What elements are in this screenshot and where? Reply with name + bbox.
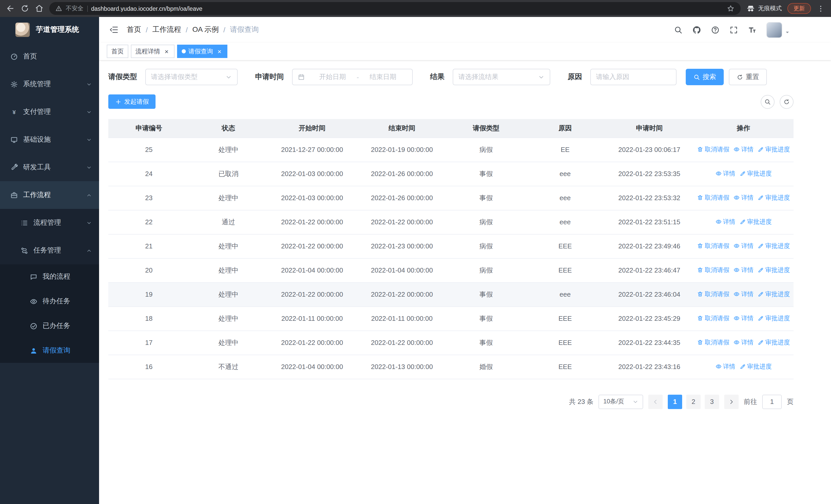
sidebar-item-infra[interactable]: 基础设施 — [0, 126, 99, 153]
route-icon — [21, 247, 28, 254]
cancel-leave-action[interactable]: 取消请假 — [697, 314, 729, 323]
browser-reload-icon[interactable] — [21, 4, 29, 13]
breadcrumb-item[interactable]: 工作流程 — [152, 25, 181, 34]
leave-type-select[interactable]: 请选择请假类型 — [145, 69, 238, 85]
result-select[interactable]: 请选择流结果 — [453, 69, 550, 85]
reason-input[interactable]: 请输入原因 — [590, 69, 677, 85]
sidebar-item-system[interactable]: 系统管理 — [0, 70, 99, 98]
chevron-down-icon — [86, 81, 92, 87]
audit-progress-action[interactable]: 审批进度 — [757, 338, 790, 347]
detail-action[interactable]: 详情 — [734, 338, 753, 347]
table-row: 17处理中2022-01-22 00:00:002022-01-22 00:00… — [108, 330, 794, 355]
action-label: 取消请假 — [705, 194, 729, 202]
cancel-leave-action[interactable]: 取消请假 — [697, 194, 729, 202]
cancel-leave-action[interactable]: 取消请假 — [697, 266, 729, 274]
detail-action[interactable]: 详情 — [734, 145, 753, 154]
sidebar-item-devtools[interactable]: 研发工具 — [0, 153, 99, 181]
browser-back-icon[interactable] — [6, 4, 15, 13]
breadcrumb-item[interactable]: OA 示例 — [193, 25, 219, 34]
edit-icon — [757, 243, 764, 249]
page-button-3[interactable]: 3 — [705, 394, 719, 409]
detail-action[interactable]: 详情 — [715, 362, 735, 371]
app-title: 芋道管理系统 — [36, 25, 79, 34]
search-icon[interactable] — [674, 25, 683, 34]
close-tab-icon[interactable]: × — [216, 48, 223, 55]
tab-process-detail[interactable]: 流程详情× — [131, 45, 174, 58]
detail-action[interactable]: 详情 — [715, 217, 735, 226]
sidebar-item-my-process[interactable]: 我的流程 — [0, 264, 99, 289]
address-bar[interactable]: 不安全 dashboard.yudao.iocoder.cn/bpm/oa/le… — [49, 2, 741, 15]
font-size-icon[interactable] — [748, 25, 756, 34]
close-tab-icon[interactable]: × — [163, 48, 170, 55]
create-leave-button[interactable]: 发起请假 — [108, 94, 155, 109]
cancel-leave-action[interactable]: 取消请假 — [697, 338, 729, 347]
sidebar-item-done-task[interactable]: 已办任务 — [0, 314, 99, 338]
breadcrumb-item[interactable]: 首页 — [127, 25, 141, 34]
page-size-select[interactable]: 10条/页 — [599, 394, 643, 409]
audit-progress-action[interactable]: 审批进度 — [739, 362, 772, 371]
cell-reason: eee — [525, 210, 605, 234]
audit-progress-action[interactable]: 审批进度 — [757, 314, 790, 323]
page-button-2[interactable]: 2 — [686, 394, 700, 409]
audit-progress-action[interactable]: 审批进度 — [757, 145, 790, 154]
security-warning-icon — [55, 5, 62, 12]
cancel-leave-action[interactable]: 取消请假 — [697, 242, 729, 250]
table-row: 24已取消2022-01-03 00:00:002022-01-26 00:00… — [108, 162, 794, 186]
sidebar-item-leave-query[interactable]: 请假查询 — [0, 338, 99, 363]
page-button-1[interactable]: 1 — [668, 394, 682, 409]
detail-action[interactable]: 详情 — [734, 266, 753, 274]
sidebar-item-todo-task[interactable]: 待办任务 — [0, 289, 99, 314]
cell-leave-type: 病假 — [447, 210, 525, 234]
cell-operations: 取消请假详情审批进度 — [693, 138, 794, 162]
cancel-leave-action[interactable]: 取消请假 — [697, 145, 729, 154]
eye-icon — [715, 171, 721, 177]
sidebar-item-task-mgmt[interactable]: 任务管理 — [0, 237, 99, 264]
detail-action[interactable]: 详情 — [734, 242, 753, 250]
fullscreen-icon[interactable] — [729, 25, 738, 34]
cancel-leave-action[interactable]: 取消请假 — [697, 290, 729, 299]
audit-progress-action[interactable]: 审批进度 — [757, 194, 790, 202]
bookmark-star-icon[interactable] — [727, 5, 735, 12]
search-button[interactable]: 搜索 — [686, 69, 724, 85]
goto-page-input[interactable] — [762, 394, 782, 409]
sidebar-toggle-icon[interactable] — [109, 25, 119, 34]
tab-leave-query[interactable]: 请假查询× — [177, 45, 227, 58]
detail-action[interactable]: 详情 — [734, 194, 753, 202]
audit-progress-action[interactable]: 审批进度 — [757, 290, 790, 299]
tab-home[interactable]: 首页 — [107, 45, 128, 58]
table-row: 22通过2022-01-22 00:00:002022-01-22 00:00:… — [108, 210, 794, 234]
browser-home-icon[interactable] — [35, 4, 44, 13]
detail-action[interactable]: 详情 — [715, 169, 735, 178]
audit-progress-action[interactable]: 审批进度 — [739, 169, 772, 178]
github-icon[interactable] — [692, 25, 701, 34]
audit-progress-action[interactable]: 审批进度 — [757, 242, 790, 250]
refresh-table-button[interactable] — [780, 95, 794, 109]
audit-progress-action[interactable]: 审批进度 — [739, 217, 772, 226]
cell-apply-id: 24 — [108, 162, 190, 186]
audit-progress-action[interactable]: 审批进度 — [757, 266, 790, 274]
detail-action[interactable]: 详情 — [734, 314, 753, 323]
browser-menu-icon[interactable] — [816, 4, 825, 12]
trash-icon — [697, 195, 703, 201]
toggle-search-button[interactable] — [761, 95, 775, 109]
sidebar-item-label: 我的流程 — [42, 272, 70, 281]
prev-page-button[interactable] — [648, 394, 663, 409]
edit-icon — [757, 147, 764, 153]
reset-button[interactable]: 重置 — [729, 69, 767, 85]
next-page-button[interactable] — [724, 394, 739, 409]
sidebar-item-process-mgmt[interactable]: 流程管理 — [0, 209, 99, 237]
sidebar-item-payment[interactable]: ¥支付管理 — [0, 98, 99, 126]
cell-operations: 取消请假详情审批进度 — [693, 186, 794, 210]
sidebar-item-workflow[interactable]: 工作流程 — [0, 181, 99, 209]
tags-view: 首页流程详情×请假查询× — [99, 42, 831, 60]
action-label: 取消请假 — [705, 290, 729, 299]
help-icon[interactable] — [711, 25, 720, 34]
chrome-update-button[interactable]: 更新 — [787, 3, 811, 14]
apply-time-range-picker[interactable]: 开始日期 - 结束日期 — [292, 69, 413, 85]
detail-action[interactable]: 详情 — [734, 290, 753, 299]
sidebar-item-home[interactable]: 首页 — [0, 42, 99, 70]
action-label: 审批进度 — [765, 266, 790, 274]
action-label: 取消请假 — [705, 242, 729, 250]
cell-status: 已取消 — [190, 162, 267, 186]
user-menu[interactable] — [766, 22, 790, 38]
